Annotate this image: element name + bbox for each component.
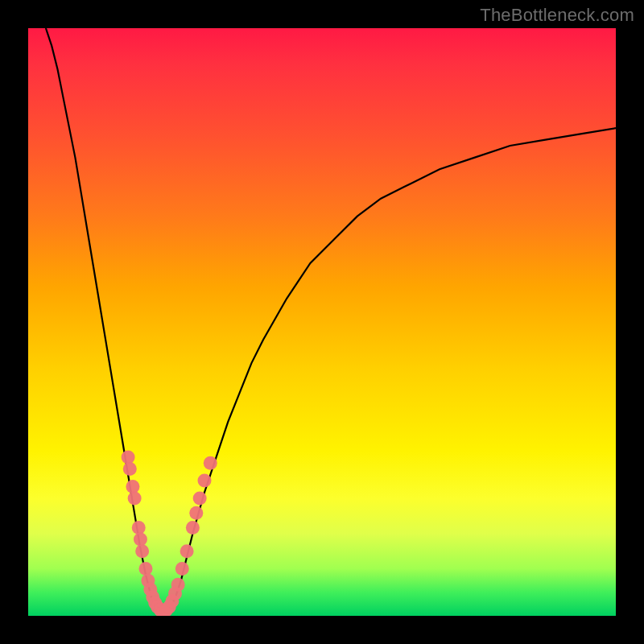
data-point: [122, 450, 135, 464]
data-point: [123, 462, 137, 476]
data-point: [128, 492, 142, 506]
data-point: [175, 562, 189, 576]
data-point: [193, 492, 207, 506]
data-points-group: [122, 450, 217, 616]
chart-svg: [28, 28, 616, 616]
data-point: [204, 456, 217, 470]
data-point: [139, 562, 153, 576]
data-point: [180, 544, 194, 558]
data-point: [171, 578, 185, 592]
data-point: [135, 544, 149, 558]
data-point: [132, 521, 146, 535]
data-point: [126, 480, 139, 493]
chart-frame: TheBottleneck.com: [0, 0, 644, 644]
data-point: [189, 506, 203, 520]
data-point: [198, 474, 212, 488]
data-point: [186, 521, 200, 535]
watermark-text: TheBottleneck.com: [480, 5, 634, 26]
bottleneck-curve: [46, 28, 616, 616]
plot-area: [28, 28, 616, 616]
data-point: [134, 533, 147, 547]
